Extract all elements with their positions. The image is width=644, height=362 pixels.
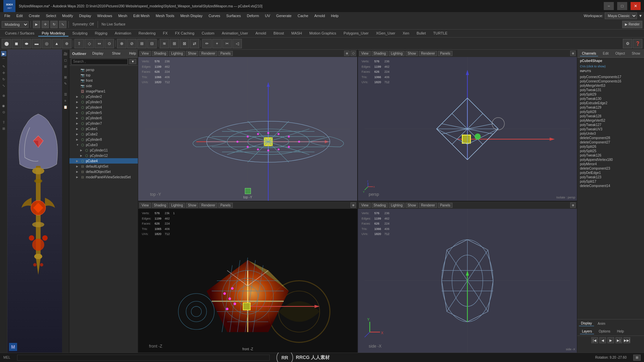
poly-cylinder-btn[interactable]: ⬬ — [22, 39, 31, 48]
menu-modify[interactable]: Modify — [59, 13, 75, 18]
channel-polyTweak126[interactable]: polyTweak126 — [577, 153, 644, 158]
vp-view-menu[interactable]: View — [140, 51, 151, 56]
tab-xgen-user[interactable]: XGen_User — [373, 31, 398, 37]
rotate-icon[interactable]: ↻ — [1, 76, 6, 82]
channel-polyTweak123[interactable]: polyTweak123 — [577, 175, 644, 179]
render-btn[interactable]: ▶ Render — [622, 21, 642, 28]
skip-end-btn[interactable]: ▶▶| — [624, 337, 630, 343]
menu-display[interactable]: Display — [76, 13, 94, 18]
smooth-btn[interactable]: ≋ — [160, 39, 169, 48]
paint-effects-icon[interactable]: ✎ — [63, 81, 68, 86]
vp-side-layout-btn[interactable]: ⊞ — [570, 202, 576, 208]
poly-plane-btn[interactable]: ▬ — [32, 39, 41, 48]
vp-side-shading-menu[interactable]: Shading — [372, 203, 388, 208]
extrude-btn[interactable]: ⇧ — [74, 39, 84, 48]
delete-edge-btn[interactable]: ✂ — [222, 39, 232, 48]
channel-polySplit28[interactable]: polySplit28 — [577, 110, 644, 114]
mode-select[interactable]: Modeling — [2, 21, 29, 28]
display-tab[interactable]: Display — [579, 321, 594, 326]
vp-front-lighting-menu[interactable]: Lighting — [169, 203, 185, 208]
vp-side-renderer-menu[interactable]: Renderer — [419, 203, 437, 208]
vp-front-renderer-menu[interactable]: Renderer — [199, 203, 217, 208]
sculpt-btn[interactable]: ✏ — [202, 39, 212, 48]
tree-item-front[interactable]: 📷 front — [69, 78, 138, 83]
tree-item-pcylinder4[interactable]: ▶ ⬡ pCylinder4 — [69, 105, 138, 110]
channel-polyConnectComponents17[interactable]: polyConnectComponents17 — [577, 75, 644, 79]
vp-persp-shading-menu[interactable]: Shading — [372, 51, 388, 56]
rotate-tool-btn[interactable]: ↻ — [50, 21, 58, 28]
vp-side-view-menu[interactable]: View — [359, 203, 371, 208]
extra-btn-2[interactable]: ❓ — [633, 39, 642, 48]
tree-item-pcylinder6[interactable]: ▶ ⬡ pCylinder6 — [69, 115, 138, 121]
viewport-top-canvas[interactable]: Verts:576236 Edges:1199462 Faces:626224 … — [138, 57, 357, 201]
tree-item-pcube3[interactable]: ▼ ⬡ pCube3 — [69, 142, 138, 147]
vp-renderer-menu[interactable]: Renderer — [199, 51, 217, 56]
options-tab[interactable]: Options — [597, 329, 612, 334]
menu-edit-mesh[interactable]: Edit Mesh — [130, 13, 152, 18]
channel-polySplit29[interactable]: polySplit29 — [577, 92, 644, 97]
fill-hole-btn[interactable]: ⊙ — [105, 39, 114, 48]
menu-mesh-display[interactable]: Mesh Display — [178, 13, 205, 18]
select-icon[interactable]: ▶ — [1, 51, 6, 56]
vp-persp-panels-menu[interactable]: Panels — [438, 51, 452, 56]
menu-arnold[interactable]: Arnold — [312, 13, 328, 18]
tab-sculpting[interactable]: Sculpting — [69, 31, 91, 37]
tree-item-modelpanel4viewselectedset[interactable]: ▶ ⊟ modelPanel4ViewSelectedSet — [69, 174, 138, 180]
outliner-search-input[interactable] — [71, 59, 128, 65]
scale-icon[interactable]: ⤡ — [1, 83, 6, 88]
channel-polyMergeVert53[interactable]: polyMergeVert53 — [577, 83, 644, 88]
step-back-btn[interactable]: ◀ — [599, 337, 606, 343]
soft-select-icon[interactable]: ◉ — [1, 103, 6, 108]
anim-tab[interactable]: Anim — [596, 321, 607, 326]
channels-tab[interactable]: Channels — [580, 51, 598, 56]
tree-item-pcylinder8[interactable]: ▶ ⬡ pCylinder8 — [69, 137, 138, 142]
tab-rendering[interactable]: Rendering — [135, 31, 159, 37]
vp-front-panels-menu[interactable]: Panels — [218, 203, 233, 208]
separate-btn[interactable]: ⊠ — [180, 39, 189, 48]
grid-icon[interactable]: ⊞ — [1, 126, 6, 131]
tree-item-pcylinder7[interactable]: ▶ ⬡ pCylinder7 — [69, 121, 138, 126]
lasso-icon[interactable]: ⌒ — [1, 57, 6, 63]
step-fwd-btn[interactable]: ▶| — [615, 337, 622, 343]
close-button[interactable]: ✕ — [631, 2, 641, 10]
merge-btn[interactable]: ⊗ — [117, 39, 126, 48]
vp-front-show-menu[interactable]: Show — [186, 203, 198, 208]
insert-edge-btn[interactable]: ⊞ — [137, 39, 147, 48]
tree-item-side[interactable]: 📷 side — [69, 83, 138, 88]
tree-item-pcube4[interactable]: ▶ ⬡ pCube4 — [69, 158, 138, 164]
menu-edit[interactable]: Edit — [14, 13, 25, 18]
poly-pipe-btn[interactable]: ⊕ — [62, 39, 71, 48]
vp-front-shading-menu[interactable]: Shading — [152, 203, 168, 208]
viewport-front-canvas[interactable]: Verts:57623k1 Edges:1199462 Faces:626224… — [138, 209, 357, 353]
viewport-side-canvas[interactable]: Verts:576236 Edges:1199462 Faces:626224 … — [358, 209, 577, 353]
menu-mesh[interactable]: Mesh — [115, 13, 130, 18]
frame-selected-icon[interactable]: ◻ — [63, 57, 68, 63]
outliner-display-menu[interactable]: Display — [90, 51, 106, 56]
collapse-btn[interactable]: ◁ — [232, 39, 242, 48]
maximize-button[interactable]: □ — [617, 2, 627, 10]
tree-item-pcylinder3[interactable]: ▶ ⬡ pCylinder3 — [69, 99, 138, 105]
menu-mesh-tools[interactable]: Mesh Tools — [153, 13, 177, 18]
menu-uv[interactable]: UV — [262, 13, 273, 18]
tab-xen[interactable]: Xen — [399, 31, 413, 37]
mel-input[interactable] — [17, 355, 270, 361]
channel-polyTweak131[interactable]: polyTweak131 — [577, 88, 644, 92]
show-manipulator-icon[interactable]: ⊕ — [1, 93, 6, 98]
outliner-show-menu[interactable]: Show — [109, 51, 123, 56]
channel-polyMirror4[interactable]: polyMirror4 — [577, 162, 644, 166]
channel-polySplit17[interactable]: polySplit17 — [577, 179, 644, 184]
vp-lighting-menu[interactable]: Lighting — [169, 51, 185, 56]
tree-item-pcylinder2[interactable]: ▶ ⬡ pCylinder2 — [69, 94, 138, 99]
vp-persp-renderer-menu[interactable]: Renderer — [419, 51, 437, 56]
mirror-btn[interactable]: ⇄ — [190, 39, 199, 48]
poly-torus-btn[interactable]: ◎ — [42, 39, 51, 48]
split-btn[interactable]: ⊘ — [127, 39, 137, 48]
viewport-persp-canvas[interactable]: Verts:576236 Edges:1199462 Faces:626224 … — [358, 57, 577, 201]
tab-mash[interactable]: MASH — [288, 31, 305, 37]
move-tool-btn[interactable]: ✛ — [42, 21, 49, 28]
channel-box-icon[interactable]: 📋 — [63, 104, 68, 110]
play-btn[interactable]: ▶ — [607, 337, 614, 343]
vp-front-view-menu[interactable]: View — [140, 203, 151, 208]
channel-polySplit25[interactable]: polySplit25 — [577, 149, 644, 153]
vp-panels-menu[interactable]: Panels — [218, 51, 233, 56]
